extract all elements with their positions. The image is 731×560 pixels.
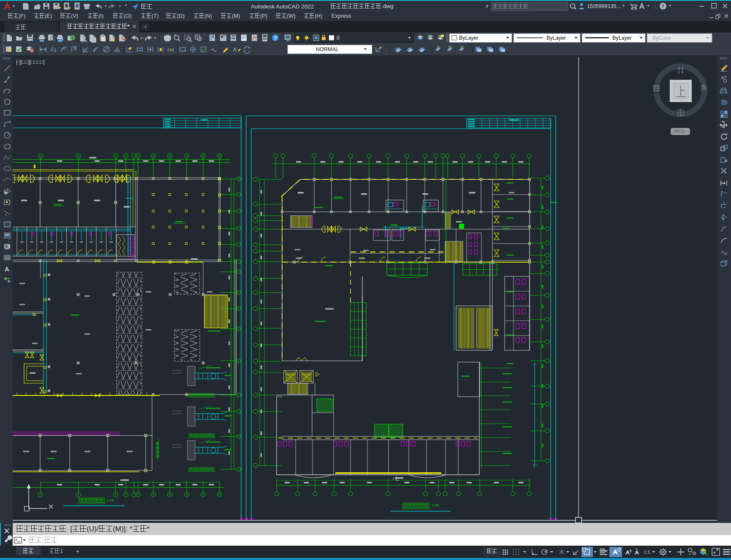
svg-text:C: C xyxy=(238,410,239,413)
svg-text:M: M xyxy=(238,178,239,180)
svg-text:ByColor: ByColor xyxy=(652,35,671,41)
svg-text:0: 0 xyxy=(337,35,340,41)
svg-text:F: F xyxy=(238,360,239,362)
svg-text:L: L xyxy=(238,210,239,212)
svg-text:13: 13 xyxy=(218,493,221,496)
svg-text:Autodesk AutoCAD 2022: Autodesk AutoCAD 2022 xyxy=(251,3,314,10)
svg-text:ByLayer: ByLayer xyxy=(612,35,632,41)
svg-text:3: 3 xyxy=(40,493,41,496)
svg-text:?: ? xyxy=(662,4,665,9)
svg-text:1:125: 1:125 xyxy=(432,504,439,507)
svg-text:5: 5 xyxy=(115,493,117,496)
svg-text:WCS: WCS xyxy=(674,129,685,134)
svg-text:3: 3 xyxy=(40,154,41,157)
svg-text:12: 12 xyxy=(202,493,204,496)
svg-text:H: H xyxy=(238,291,239,294)
svg-text:L: L xyxy=(238,193,239,196)
svg-text:ByLayer: ByLayer xyxy=(459,35,478,41)
svg-text:7: 7 xyxy=(133,493,135,496)
svg-text:4: 4 xyxy=(78,154,79,157)
svg-text:10: 10 xyxy=(168,154,171,157)
svg-text:9: 9 xyxy=(153,154,154,157)
svg-text:13: 13 xyxy=(218,154,221,157)
svg-text:[-][□□][□□□□]: [-][□□][□□□□] xyxy=(16,59,45,65)
svg-text:G: G xyxy=(238,327,239,330)
svg-text:5: 5 xyxy=(115,154,117,157)
svg-text:6: 6 xyxy=(125,493,127,496)
svg-text:1:1: 1:1 xyxy=(644,549,650,555)
svg-text:4: 4 xyxy=(78,493,79,496)
svg-text:12: 12 xyxy=(202,154,204,157)
svg-text:8: 8 xyxy=(138,154,139,157)
svg-text:10: 10 xyxy=(168,493,171,496)
svg-text:11: 11 xyxy=(185,493,188,496)
svg-text:G: G xyxy=(238,307,239,310)
svg-text:?: ? xyxy=(274,35,277,41)
svg-text:x: x xyxy=(74,45,76,48)
svg-text:9: 9 xyxy=(153,493,154,496)
svg-text:6: 6 xyxy=(125,154,127,157)
svg-text:NORMAL: NORMAL xyxy=(316,46,339,52)
svg-text:1.1: 1.1 xyxy=(181,48,186,52)
svg-text:11: 11 xyxy=(185,154,188,157)
svg-text:ByLayer: ByLayer xyxy=(546,35,566,41)
svg-text:A: A xyxy=(5,265,9,273)
svg-text:1:125: 1:125 xyxy=(106,499,114,502)
svg-text:A: A xyxy=(233,47,237,53)
svg-text:1505999135...: 1505999135... xyxy=(587,3,621,9)
svg-text:7: 7 xyxy=(133,154,135,157)
svg-text:8: 8 xyxy=(138,493,139,496)
